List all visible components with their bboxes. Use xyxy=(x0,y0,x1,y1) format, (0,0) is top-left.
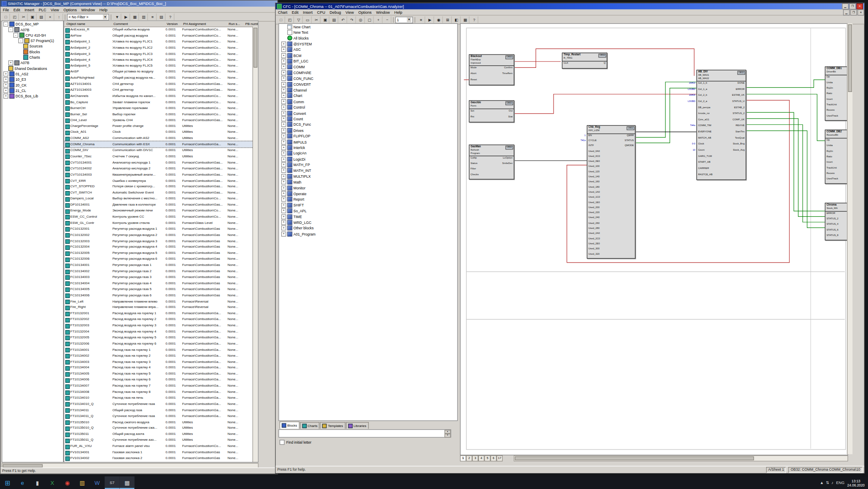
menu-edit[interactable]: Edit xyxy=(289,10,301,14)
taskbar-edge-icon[interactable]: e xyxy=(15,477,30,489)
run-sequence-icon[interactable]: ≡ xyxy=(417,16,425,23)
new-icon[interactable]: □ xyxy=(2,13,10,20)
tab-templates[interactable]: Templates xyxy=(320,422,345,429)
table-row[interactable]: AnSetpoint_2Уставка по воздуху FLJC20.00… xyxy=(64,45,253,50)
test-mode-icon[interactable]: ▶ xyxy=(426,16,434,23)
catalog-item-wrd-lgc[interactable]: +WRD_LGC xyxy=(279,219,457,225)
input-pin[interactable]: Col_2_b xyxy=(698,94,707,97)
expander-icon[interactable]: + xyxy=(3,82,8,87)
column-header-ph-assignment[interactable]: PH Assignment xyxy=(182,21,229,27)
child-minimize-button[interactable]: ▁ xyxy=(843,9,850,15)
open-icon[interactable]: ◰ xyxy=(10,13,19,20)
input-pin[interactable]: MATCH_AB xyxy=(698,137,711,140)
find-initial-letter-checkbox[interactable] xyxy=(279,440,284,445)
input-pin[interactable]: STATUS_8 xyxy=(826,233,838,237)
input-pin[interactable]: Status xyxy=(470,162,477,165)
cfc-block-ab-div[interactable]: AB_DIVAB_MA01AB_MA02OB32Col_1_b16#03DONE… xyxy=(696,70,746,180)
input-pin[interactable]: CLK xyxy=(564,61,568,65)
table-row[interactable]: AirFlowОбщий расход воздуха0.0001Furnace… xyxy=(64,32,253,38)
input-pin[interactable]: Used_1A0 xyxy=(589,191,600,194)
copy-icon[interactable]: ▣ xyxy=(321,16,329,23)
input-pin[interactable]: Invert xyxy=(826,97,833,101)
table-row[interactable]: Clock_A01Clock0.0001UtilitiesNone... xyxy=(64,129,253,135)
expander-icon[interactable]: + xyxy=(281,134,286,139)
tree-item-s7-program-1[interactable]: -S7 Program(1) xyxy=(2,38,63,43)
overview-icon[interactable]: ▢ xyxy=(365,16,373,23)
tab-charts[interactable]: Charts xyxy=(300,422,319,429)
catalog-item-compare[interactable]: +COMPARE xyxy=(279,70,457,76)
input-pin[interactable]: Used_2A0 xyxy=(589,232,600,235)
table-row[interactable]: ChargePercentagePower profile change0.00… xyxy=(64,123,253,129)
zoom-in-icon[interactable]: + xyxy=(374,16,383,23)
sheet-page-2[interactable]: 2 xyxy=(466,455,472,462)
catalog-item-report[interactable]: +Report xyxy=(279,196,457,202)
chart-horizontal-scrollbar[interactable] xyxy=(514,455,848,462)
input-pin[interactable]: START_AB xyxy=(698,161,710,164)
table-row[interactable]: FC10134003Регулятор расхода газа 30.0001… xyxy=(64,274,253,280)
menu-window[interactable]: Window xyxy=(374,10,392,14)
table-row[interactable]: AnSetpoint_4Уставка по воздуху FLJC40.00… xyxy=(64,57,253,62)
child-restore-button[interactable]: ❐ xyxy=(850,9,857,15)
scrollbar-thumb[interactable] xyxy=(848,25,852,92)
details-view-icon[interactable]: ▤ xyxy=(157,13,166,20)
menu-chart[interactable]: Chart xyxy=(276,10,289,14)
menu-insert[interactable]: Insert xyxy=(301,10,315,14)
list-vertical-scrollbar[interactable] xyxy=(252,27,258,462)
cfc-block-blackout[interactable]: BlackoutFlashExpImprovedOB32ModeConfirmA… xyxy=(469,54,514,85)
expander-icon[interactable]: + xyxy=(281,231,286,236)
output-pin[interactable]: STATUS_2 xyxy=(732,112,744,115)
scrollbar-thumb[interactable] xyxy=(254,28,257,68)
table-row[interactable]: ESW_GL_ContrКонтроль уровня стекла0.0001… xyxy=(64,220,253,226)
paste-icon[interactable]: ▤ xyxy=(37,13,45,20)
input-pin[interactable]: Used_220 xyxy=(589,211,600,214)
table-row[interactable]: CH4_LevelУровень CH40.0001Furnace\Combus… xyxy=(64,117,253,123)
spin-up-icon[interactable]: ▲ xyxy=(445,430,451,434)
output-pin[interactable]: Stat xyxy=(508,115,512,118)
zoom-combobox[interactable]: 1▼ xyxy=(395,16,413,23)
table-row[interactable]: Fire_RightНаправление пламени впра...0.0… xyxy=(64,304,253,310)
table-row[interactable]: FT10132004Расход воздуха на горелку 40.0… xyxy=(64,328,253,334)
table-row[interactable]: AZT10134001CH4 детектор0.0001Furnace\Com… xyxy=(64,81,253,87)
tree-item-shared-declarations[interactable]: Shared Declarations xyxy=(2,65,63,71)
input-pin[interactable]: Reset xyxy=(470,78,477,82)
tree-item-sources[interactable]: Sources xyxy=(2,43,63,49)
catalog-item-all-blocks[interactable]: All blocks xyxy=(279,35,457,41)
table-row[interactable]: FT10132001Расход воздуха на горелку 10.0… xyxy=(64,310,253,316)
expander-icon[interactable]: + xyxy=(281,162,286,167)
input-pin[interactable]: Unitia xyxy=(826,81,833,84)
expander-icon[interactable]: + xyxy=(281,151,286,156)
catalog-item-a01-program[interactable]: +A01_Program xyxy=(279,231,457,237)
output-pin[interactable]: REVIVE xyxy=(736,124,744,128)
table-row[interactable]: CVT_SWITCHAutomatic Switchover Event0.00… xyxy=(64,190,253,196)
output-pin[interactable]: COMP_UK xyxy=(732,118,744,122)
expander-icon[interactable]: + xyxy=(281,156,286,161)
sheet-page-3[interactable]: 3 xyxy=(472,455,478,462)
catalog-item-math[interactable]: +Math xyxy=(279,179,457,185)
table-row[interactable]: FV10134001Газовая заслонка 10.0001Furnac… xyxy=(64,449,253,455)
expander-icon[interactable]: + xyxy=(281,99,286,104)
input-pin[interactable]: Used_100 xyxy=(589,165,600,168)
table-row[interactable]: Fire_LeftНаправление пламени влево0.0001… xyxy=(64,298,253,304)
table-row[interactable]: FT10134003Расход газа на горелку 30.0001… xyxy=(64,359,253,365)
expander-icon[interactable]: + xyxy=(3,88,8,93)
input-pin[interactable]: Abort xyxy=(470,72,476,76)
help-icon[interactable]: ? xyxy=(166,13,174,20)
output-pin[interactable]: Q xyxy=(604,61,606,65)
table-row[interactable]: FC10134005Регулятор расхода газа 50.0001… xyxy=(64,286,253,292)
undo-icon[interactable]: ↶ xyxy=(339,16,347,23)
tray-network-icon[interactable]: ⇅ xyxy=(826,481,829,485)
catalog-item-so-apl[interactable]: +So_APL xyxy=(279,208,457,214)
save-icon[interactable]: ▽ xyxy=(294,16,303,23)
input-pin[interactable]: Used_0A0 xyxy=(589,149,600,153)
tree-item-a07b[interactable]: +A07B xyxy=(2,60,63,65)
output-pin[interactable]: QERR xyxy=(627,134,634,137)
expander-icon[interactable]: + xyxy=(281,87,286,92)
cfc-block-comm-db1[interactable]: COMM_DB1DriverBitOpUnitiaRq1InRatioInver… xyxy=(825,67,848,121)
catalog-item-system[interactable]: +@SYSTEM xyxy=(279,41,457,47)
input-pin[interactable]: INTF xyxy=(589,144,594,147)
catalog-item-math-int[interactable]: +MATH_INT xyxy=(279,168,457,174)
output-pin[interactable]: ESTAB_2 xyxy=(734,106,744,109)
table-row[interactable]: FC10134006Регулятор расхода газа 60.0001… xyxy=(64,292,253,298)
input-pin[interactable]: Used_280 xyxy=(589,226,600,230)
tab-libraries[interactable]: Libraries xyxy=(346,422,368,429)
